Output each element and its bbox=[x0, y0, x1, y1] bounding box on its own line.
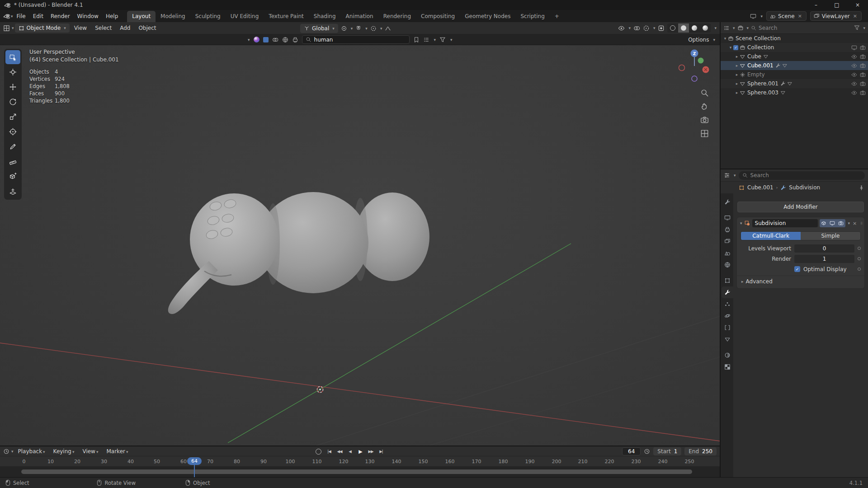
creature-model[interactable] bbox=[168, 192, 429, 314]
properties-editor-icon[interactable] bbox=[724, 172, 730, 178]
search-input[interactable] bbox=[314, 37, 406, 43]
properties-search-field[interactable] bbox=[739, 171, 865, 180]
auto-keying-icon[interactable] bbox=[316, 449, 321, 455]
simple-button[interactable]: Simple bbox=[801, 232, 860, 240]
outliner-search-field[interactable] bbox=[751, 25, 852, 31]
shading-caret-icon[interactable]: ▾ bbox=[714, 26, 717, 30]
editor-type-caret-icon[interactable]: ▾ bbox=[12, 26, 14, 30]
tab-output[interactable] bbox=[722, 224, 733, 235]
proportional-editing-icon[interactable] bbox=[370, 25, 377, 32]
modifier-close-icon[interactable]: × bbox=[852, 221, 858, 226]
outliner-filter-icon[interactable] bbox=[854, 25, 860, 31]
menu-object[interactable]: Object bbox=[135, 23, 160, 33]
gizmo-y-axis[interactable] bbox=[698, 58, 704, 64]
camera-view-icon[interactable] bbox=[700, 116, 709, 124]
holdout-icon[interactable] bbox=[851, 45, 857, 51]
menu-keying[interactable]: Keying▾ bbox=[50, 446, 78, 456]
display-list-icon[interactable] bbox=[423, 37, 429, 43]
menu-view-timeline[interactable]: View▾ bbox=[79, 446, 102, 456]
tab-shading[interactable]: Shading bbox=[309, 11, 341, 22]
tool-rotate[interactable] bbox=[5, 95, 20, 109]
proportional-caret-icon[interactable]: ▾ bbox=[380, 26, 382, 31]
tab-rendering[interactable]: Rendering bbox=[378, 11, 416, 22]
menu-view[interactable]: View bbox=[71, 23, 90, 33]
tree-row-sphere-003[interactable]: ▸ Sphere.003 bbox=[721, 88, 868, 97]
snapping-option-icon[interactable] bbox=[282, 37, 288, 43]
outliner-editor-icon[interactable] bbox=[723, 25, 730, 31]
collection-checkbox[interactable]: ✓ bbox=[733, 45, 738, 50]
mesh-data-icon[interactable] bbox=[787, 81, 793, 86]
stopwatch-icon[interactable] bbox=[644, 448, 650, 455]
modifier-expand-icon[interactable]: ▾ bbox=[740, 221, 742, 225]
render-visibility-icon[interactable] bbox=[860, 90, 866, 96]
tab-texture-paint[interactable]: Texture Paint bbox=[264, 11, 308, 22]
jump-to-end-button[interactable]: ▶| bbox=[377, 447, 386, 455]
end-frame-field[interactable]: End 250 bbox=[684, 447, 717, 455]
render-toggle-icon[interactable] bbox=[837, 219, 845, 227]
tab-object[interactable] bbox=[722, 275, 733, 286]
tab-scripting[interactable]: Scripting bbox=[515, 11, 549, 22]
pin-icon[interactable] bbox=[859, 185, 864, 191]
add-modifier-button[interactable]: Add Modifier bbox=[737, 202, 864, 212]
maximize-button[interactable]: □ bbox=[826, 0, 847, 10]
tool-settings-caret-icon[interactable]: ▾ bbox=[248, 38, 250, 42]
modifier-name-input[interactable] bbox=[755, 220, 815, 226]
pivot-caret-icon[interactable]: ▾ bbox=[351, 26, 353, 31]
outliner-filter-caret-icon[interactable]: ▾ bbox=[863, 26, 865, 30]
outliner-editor-caret-icon[interactable]: ▾ bbox=[733, 26, 735, 30]
asset-search-field[interactable] bbox=[302, 35, 410, 44]
falloff-curve-icon[interactable] bbox=[385, 25, 391, 32]
render-field[interactable]: 1 bbox=[794, 255, 854, 263]
tool-add-cube[interactable] bbox=[5, 169, 20, 183]
tab-view-layer[interactable] bbox=[722, 235, 733, 247]
mirror-x-icon[interactable] bbox=[272, 37, 278, 43]
close-button[interactable]: × bbox=[847, 0, 868, 10]
select-box-mode-icon[interactable] bbox=[263, 37, 269, 42]
tree-row-empty[interactable]: ▸ Empty bbox=[721, 70, 868, 79]
tree-row-cube-001[interactable]: ▸ Cube.001 bbox=[721, 61, 868, 70]
next-keyframe-button[interactable]: ▶▶ bbox=[366, 447, 375, 455]
jump-to-start-button[interactable]: |◀ bbox=[325, 447, 334, 455]
tree-row-collection[interactable]: ▾ ✓ Collection bbox=[721, 43, 868, 52]
tree-row-sphere-001[interactable]: ▸ Sphere.001 bbox=[721, 79, 868, 88]
mesh-data-icon[interactable] bbox=[780, 90, 786, 95]
options-button[interactable]: Options bbox=[688, 37, 709, 43]
timeline-scrollbar[interactable] bbox=[21, 469, 692, 474]
timeline-ruler[interactable]: 0 10 20 30 40 50 60 70 80 90 100 110 120… bbox=[0, 456, 720, 467]
modifier-name-field[interactable] bbox=[752, 219, 818, 227]
advanced-section-toggle[interactable]: ▸ Advanced bbox=[737, 276, 864, 286]
tab-world[interactable] bbox=[722, 259, 733, 271]
tab-modeling[interactable]: Modeling bbox=[156, 11, 190, 22]
render-visibility-icon[interactable] bbox=[860, 81, 866, 87]
tab-constraints[interactable] bbox=[722, 322, 733, 333]
realtime-toggle-icon[interactable] bbox=[828, 219, 837, 227]
mesh-data-icon[interactable] bbox=[763, 54, 769, 59]
menu-help[interactable]: Help bbox=[102, 11, 122, 21]
snap-magnet-icon[interactable] bbox=[355, 25, 362, 32]
tool-select-box[interactable] bbox=[5, 50, 20, 64]
overlays-caret-icon[interactable]: ▾ bbox=[653, 26, 656, 30]
tab-physics[interactable] bbox=[722, 310, 733, 322]
menu-select[interactable]: Select bbox=[91, 23, 115, 33]
timeline-editor-caret-icon[interactable]: ▾ bbox=[11, 449, 14, 454]
tool-measure[interactable] bbox=[5, 155, 20, 169]
tab-render[interactable] bbox=[722, 212, 733, 224]
display-list-caret-icon[interactable]: ▾ bbox=[434, 38, 436, 42]
modifier-wrench-icon[interactable] bbox=[780, 81, 786, 86]
properties-editor-caret-icon[interactable]: ▾ bbox=[734, 173, 736, 178]
menu-window[interactable]: Window bbox=[74, 11, 102, 21]
catmull-clark-button[interactable]: Catmull-Clark bbox=[741, 232, 801, 240]
snap-caret-icon[interactable]: ▾ bbox=[365, 26, 368, 31]
zoom-icon[interactable] bbox=[700, 89, 709, 97]
play-reverse-button[interactable]: ◀ bbox=[345, 447, 354, 455]
breadcrumb-modifier[interactable]: Subdivision bbox=[789, 184, 820, 191]
shading-rendered-button[interactable] bbox=[700, 23, 711, 33]
tab-material[interactable] bbox=[722, 349, 733, 361]
gizmo-neg-x-axis[interactable] bbox=[679, 65, 685, 71]
scene-unlink-icon[interactable]: × bbox=[797, 13, 803, 19]
minimize-button[interactable]: – bbox=[806, 0, 826, 10]
hide-eye-icon[interactable] bbox=[851, 54, 857, 60]
menu-edit[interactable]: Edit bbox=[29, 11, 47, 21]
hide-eye-icon[interactable] bbox=[851, 81, 857, 87]
mesh-data-icon[interactable] bbox=[782, 63, 788, 68]
